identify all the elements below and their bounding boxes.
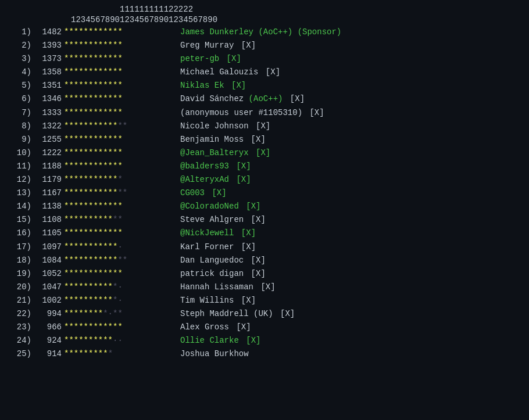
user-name[interactable]: @balders93	[180, 161, 229, 171]
user-name[interactable]: peter-gb	[180, 54, 219, 63]
star-bar: **********··	[64, 334, 180, 347]
user-name[interactable]: @Jean_Balteryx	[180, 148, 249, 157]
table-row: 11)1188************@balders93 [X]	[7, 160, 522, 173]
user-name[interactable]: @AlteryxAd	[180, 175, 229, 184]
user-name[interactable]: CG003	[180, 188, 205, 198]
rank-number: 23)	[7, 321, 31, 334]
score-value: 1108	[31, 213, 62, 227]
user-tag[interactable]: [X]	[236, 242, 256, 252]
table-row: 15)1108************Steve Ahlgren [X]	[7, 213, 522, 227]
user-name[interactable]: Steve Ahlgren	[180, 215, 244, 224]
user-name[interactable]: Alex Gross	[180, 322, 229, 332]
user-name[interactable]: Steph Maddrell (UK)	[180, 309, 273, 318]
user-name[interactable]: Hannah Lissaman	[180, 282, 253, 292]
user-name[interactable]: David Sánchez	[180, 94, 244, 103]
user-tag[interactable]: [X]	[256, 282, 276, 292]
user-tag[interactable]: [X]	[246, 256, 266, 265]
table-row: 16)1105************@NickJewell [X]	[7, 227, 522, 240]
header-line2: 123456789012345678901234567890	[7, 15, 522, 24]
user-name-column: @Jean_Balteryx [X]	[180, 146, 522, 160]
user-name-column: @NickJewell [X]	[180, 227, 522, 240]
user-name-column: @balders93 [X]	[180, 160, 522, 173]
table-row: 17)1097***********·Karl Forner [X]	[7, 240, 522, 254]
rank-number: 6)	[7, 92, 31, 106]
score-value: 1097	[31, 240, 62, 254]
score-value: 1052	[31, 267, 62, 281]
star-bar: ************	[64, 133, 180, 146]
user-name[interactable]: Greg Murray	[180, 41, 234, 50]
user-name-column: Joshua Burkhow	[180, 347, 522, 361]
rank-number: 14)	[7, 200, 31, 213]
user-tag[interactable]: [X]	[246, 135, 266, 144]
score-value: 1346	[31, 92, 62, 106]
star-bar: *************	[64, 254, 180, 267]
user-tag[interactable]: [X]	[285, 94, 305, 103]
star-bar: ************	[64, 106, 180, 120]
table-row: 1)1482************James Dunkerley (AoC++…	[7, 26, 522, 39]
user-name-column: Steph Maddrell (UK) [X]	[180, 307, 522, 321]
table-row: 23)966************Alex Gross [X]	[7, 321, 522, 334]
user-tag[interactable]: [X]	[236, 228, 256, 238]
user-name[interactable]: @ColoradoNed	[180, 202, 239, 211]
user-name-column: David Sánchez (AoC++) [X]	[180, 92, 522, 106]
user-name[interactable]: Michael Galouzis	[180, 67, 258, 77]
user-tag[interactable]: [X]	[207, 188, 227, 198]
user-tag[interactable]: [X]	[231, 322, 251, 332]
user-tag[interactable]: [X]	[260, 67, 280, 77]
user-name-column: Dan Languedoc [X]	[180, 254, 522, 267]
star-bar: ************	[64, 213, 180, 227]
user-name[interactable]: Karl Forner	[180, 242, 234, 252]
rank-number: 7)	[7, 106, 31, 120]
user-tag[interactable]: [X]	[236, 296, 256, 305]
score-value: 924	[31, 334, 62, 347]
user-name[interactable]: Nicole Johnson	[180, 121, 249, 131]
score-value: 1373	[31, 52, 62, 66]
user-name[interactable]: Niklas Ek	[180, 81, 224, 90]
rank-number: 18)	[7, 254, 31, 267]
user-name[interactable]: (anonymous user #1105310)	[180, 108, 302, 117]
user-name-column: @AlteryxAd [X]	[180, 173, 522, 186]
user-tag[interactable]: [X]	[231, 175, 251, 184]
user-name[interactable]: patrick digan	[180, 269, 244, 278]
score-value: 1482	[31, 26, 62, 39]
star-bar: ************	[64, 267, 180, 281]
star-bar: ************	[64, 321, 180, 334]
rank-number: 1)	[7, 26, 31, 39]
user-tag[interactable]: [X]	[251, 148, 271, 157]
user-tag[interactable]: [X]	[305, 108, 324, 117]
star-bar: ************	[64, 26, 180, 39]
user-tag[interactable]: [X]	[221, 54, 241, 63]
user-tag[interactable]: [X]	[236, 41, 256, 50]
user-tag[interactable]: [X]	[246, 215, 266, 224]
user-name[interactable]: Tim Willins	[180, 296, 234, 305]
star-bar: *************	[64, 120, 180, 133]
user-tag[interactable]: [X]	[246, 269, 266, 278]
score-value: 1084	[31, 254, 62, 267]
table-row: 8)1322*************Nicole Johnson [X]	[7, 120, 522, 133]
rank-number: 13)	[7, 186, 31, 200]
rank-number: 19)	[7, 267, 31, 281]
rank-number: 10)	[7, 146, 31, 160]
score-value: 1255	[31, 133, 62, 146]
user-name[interactable]: James Dunkerley	[180, 27, 253, 37]
user-tag[interactable]: [X]	[276, 309, 295, 318]
user-tag[interactable]: [X]	[227, 81, 246, 90]
user-name[interactable]: Joshua Burkhow	[180, 349, 249, 358]
leaderboard: 1111111111222221234567890123456789012345…	[0, 0, 529, 365]
user-name-column: Niklas Ek [X]	[180, 79, 522, 92]
user-tag[interactable]: [X]	[231, 161, 251, 171]
user-name[interactable]: @NickJewell	[180, 228, 234, 238]
user-name[interactable]: Ollie Clarke	[180, 336, 239, 345]
user-name[interactable]: Benjamin Moss	[180, 135, 244, 144]
score-value: 1047	[31, 281, 62, 294]
user-tag[interactable]: [X]	[241, 202, 261, 211]
user-tag[interactable]: [X]	[251, 121, 271, 131]
user-tag[interactable]: [X]	[241, 336, 261, 345]
user-name-column: Steve Ahlgren [X]	[180, 213, 522, 227]
score-value: 1179	[31, 173, 62, 186]
star-bar: **********	[64, 347, 180, 361]
user-name-column: Tim Willins [X]	[180, 294, 522, 307]
star-bar: ************	[64, 79, 180, 92]
user-name[interactable]: Dan Languedoc	[180, 256, 244, 265]
score-value: 1138	[31, 200, 62, 213]
